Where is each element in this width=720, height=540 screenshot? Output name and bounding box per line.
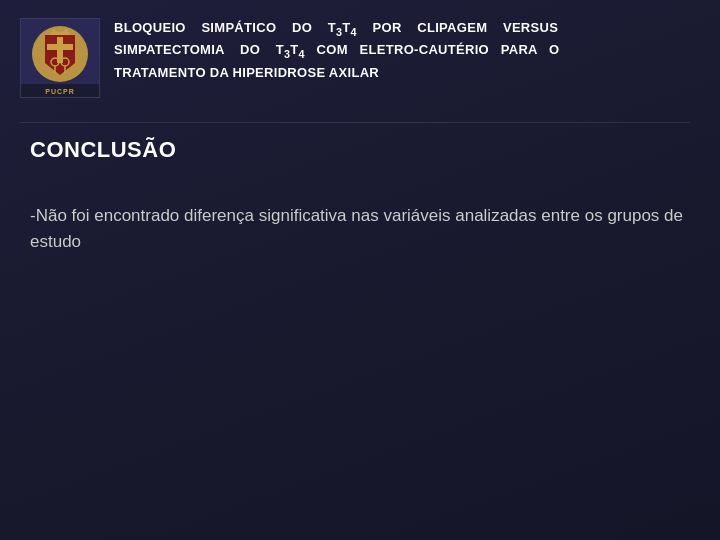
title-block: BLOQUEIO SIMPÁTICO DO T3T4 POR CLIPAGEM … [114,18,690,83]
header-area: PUCPR BLOQUEIO SIMPÁTICO DO T3T4 POR CLI… [20,18,690,98]
logo-box: PUCPR [20,18,100,98]
slide-title: BLOQUEIO SIMPÁTICO DO T3T4 POR CLIPAGEM … [114,18,690,83]
section-title: CONCLUSÃO [30,137,690,163]
svg-rect-3 [47,44,73,50]
pucpr-logo: PUCPR [21,19,99,97]
svg-text:PUCPR: PUCPR [45,88,75,95]
slide-container: PUCPR BLOQUEIO SIMPÁTICO DO T3T4 POR CLI… [0,0,720,540]
body-paragraph: -Não foi encontrado diferença significat… [30,203,690,256]
header-divider [20,122,690,123]
